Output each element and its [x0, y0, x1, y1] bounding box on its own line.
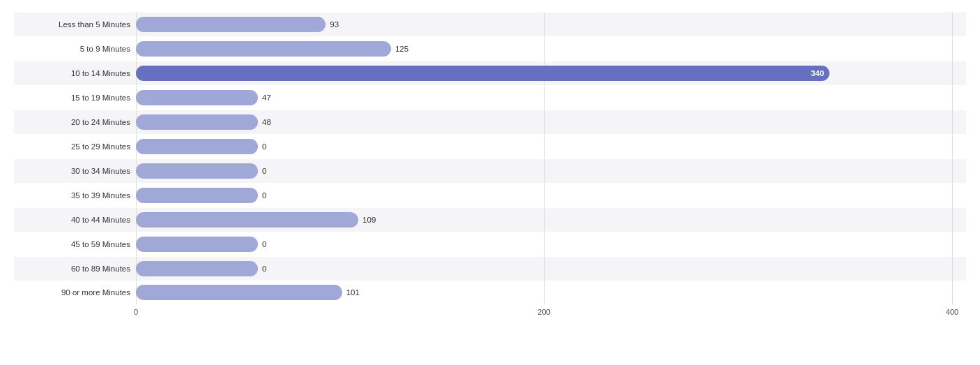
grid-line — [544, 208, 545, 232]
grid-line — [544, 86, 545, 110]
grid-line — [952, 110, 953, 134]
bar-wrapper: 0 — [136, 159, 966, 183]
bar-value: 0 — [262, 142, 266, 151]
bar — [136, 261, 258, 276]
bar-wrapper: 0 — [136, 135, 966, 158]
bar: 340 — [136, 66, 829, 81]
bar-row: 10 to 14 Minutes340 — [14, 61, 966, 85]
bar-wrapper: 93 — [136, 13, 966, 36]
x-tick: 0 — [134, 308, 138, 316]
bar-label: 35 to 39 Minutes — [14, 191, 136, 200]
grid-line — [952, 61, 953, 85]
x-tick: 200 — [537, 308, 550, 316]
grid-line — [952, 232, 953, 256]
bar-wrapper: 47 — [136, 86, 966, 110]
bar-wrapper: 340 — [136, 61, 966, 85]
bar-row: Less than 5 Minutes93 — [14, 13, 966, 36]
bar — [136, 114, 258, 130]
grid-line — [544, 37, 545, 61]
grid-line — [952, 135, 953, 158]
bar-label: 5 to 9 Minutes — [14, 45, 136, 53]
bar-wrapper: 0 — [136, 257, 966, 281]
grid-line — [952, 257, 953, 281]
bar-value: 47 — [262, 94, 271, 102]
bar-row: 90 or more Minutes101 — [14, 281, 966, 304]
bar — [136, 188, 258, 203]
bar-value: 0 — [262, 265, 266, 273]
bar-row: 40 to 44 Minutes109 — [14, 208, 966, 232]
grid-line — [544, 281, 545, 304]
bar-wrapper: 0 — [136, 184, 966, 207]
bar-label: 30 to 34 Minutes — [14, 167, 136, 175]
bar-label: 45 to 59 Minutes — [14, 240, 136, 248]
bar-value: 48 — [262, 118, 271, 126]
grid-line — [952, 86, 953, 110]
bar-row: 20 to 24 Minutes48 — [14, 110, 966, 134]
bar — [136, 41, 391, 57]
bar — [136, 90, 258, 105]
bar-label: Less than 5 Minutes — [14, 20, 136, 29]
grid-line — [544, 135, 545, 158]
bar-row: 35 to 39 Minutes0 — [14, 184, 966, 207]
grid-line — [952, 37, 953, 61]
x-axis: 0200400 — [136, 305, 966, 322]
bar-value: 0 — [262, 167, 266, 175]
bar — [136, 17, 326, 32]
bar-row: 60 to 89 Minutes0 — [14, 257, 966, 281]
bar-value: 93 — [330, 20, 339, 29]
grid-line — [544, 184, 545, 207]
bar-row: 45 to 59 Minutes0 — [14, 232, 966, 256]
bar-wrapper: 125 — [136, 37, 966, 61]
bar — [136, 212, 358, 228]
grid-line — [952, 159, 953, 183]
bar-label: 15 to 19 Minutes — [14, 94, 136, 102]
bar-label: 90 or more Minutes — [14, 288, 136, 297]
bar-label: 60 to 89 Minutes — [14, 265, 136, 273]
bar-wrapper: 109 — [136, 208, 966, 232]
grid-line — [544, 159, 545, 183]
bar-value: 0 — [262, 191, 266, 200]
bar-wrapper: 48 — [136, 110, 966, 134]
grid-line — [952, 281, 953, 304]
bar-row: 5 to 9 Minutes125 — [14, 37, 966, 61]
grid-line — [952, 208, 953, 232]
bar-label: 25 to 29 Minutes — [14, 142, 136, 151]
bar-wrapper: 0 — [136, 232, 966, 256]
grid-line — [544, 110, 545, 134]
bar — [136, 237, 258, 252]
x-tick: 400 — [946, 308, 958, 316]
grid-line — [544, 13, 545, 36]
bar — [136, 163, 258, 179]
bar-wrapper: 101 — [136, 281, 966, 304]
bar-value: 109 — [362, 216, 376, 224]
grid-line — [952, 13, 953, 36]
bar-row: 30 to 34 Minutes0 — [14, 159, 966, 183]
chart-area: Less than 5 Minutes935 to 9 Minutes12510… — [14, 13, 966, 322]
x-axis-inner: 0200400 — [136, 308, 966, 322]
bar-row: 15 to 19 Minutes47 — [14, 86, 966, 110]
chart-container: Less than 5 Minutes935 to 9 Minutes12510… — [0, 0, 980, 365]
bar-row: 25 to 29 Minutes0 — [14, 135, 966, 158]
grid-line — [952, 184, 953, 207]
bar-value: 125 — [395, 45, 408, 53]
bars-section: Less than 5 Minutes935 to 9 Minutes12510… — [14, 13, 966, 305]
grid-line — [544, 232, 545, 256]
grid-line — [544, 257, 545, 281]
bar-label: 10 to 14 Minutes — [14, 69, 136, 77]
bar-value: 0 — [262, 240, 266, 248]
bar — [136, 285, 342, 300]
bar — [136, 139, 258, 154]
bar-value-inside: 340 — [811, 69, 824, 77]
bar-value: 101 — [346, 288, 360, 297]
bar-label: 40 to 44 Minutes — [14, 216, 136, 224]
bar-label: 20 to 24 Minutes — [14, 118, 136, 126]
